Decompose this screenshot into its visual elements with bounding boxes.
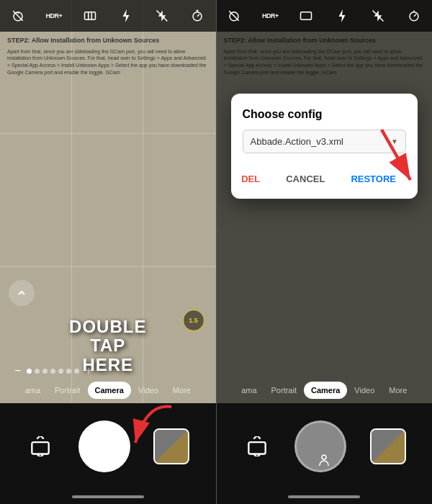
del-button[interactable]: DEL	[231, 168, 270, 190]
flash-adjust-icon[interactable]	[116, 6, 136, 26]
paper-text-left: STEP2: Allow Installation from Unknown S…	[7, 36, 209, 76]
flip-camera-button[interactable]	[26, 432, 55, 461]
right-top-toolbar: HDR+	[217, 0, 433, 32]
dialog-selected-value: Abbade.Action_v3.xml	[251, 136, 343, 147]
tab-portrait-right[interactable]: Portrait	[264, 382, 304, 399]
cancel-button[interactable]: CANCEL	[276, 168, 335, 190]
right-panel: STEP2: Allow Installation from Unknown S…	[217, 0, 433, 504]
svg-rect-3	[84, 12, 95, 20]
timer-off-icon[interactable]	[8, 6, 28, 26]
left-home-indicator	[72, 495, 144, 498]
gallery-thumbnail-right[interactable]	[370, 428, 406, 464]
svg-line-12	[197, 14, 199, 17]
double-tap-line3: HERE	[69, 356, 146, 374]
svg-line-22	[414, 14, 416, 17]
slider-minus[interactable]: −	[14, 364, 21, 377]
zoom-indicator[interactable]: 1.5	[183, 310, 204, 331]
tab-panorama-left[interactable]: ama	[18, 382, 48, 399]
double-tap-overlay: DOUBLE TAP HERE	[69, 318, 146, 374]
left-bottom-bar	[0, 403, 216, 504]
tab-camera-right[interactable]: Camera	[304, 382, 347, 399]
slider-dot	[42, 369, 48, 374]
tab-portrait-left[interactable]: Portrait	[48, 382, 87, 399]
double-tap-line1: DOUBLE	[69, 318, 146, 336]
timer-icon[interactable]	[187, 6, 207, 26]
slider-dot	[50, 369, 55, 374]
left-top-toolbar: HDR+	[0, 0, 216, 32]
hdr-plus-icon[interactable]: HDR+	[44, 6, 64, 26]
bottom-center-icon	[315, 451, 333, 469]
tab-video-right[interactable]: Video	[347, 382, 382, 399]
flip-camera-button-right[interactable]	[243, 432, 271, 461]
right-bottom-controls	[217, 410, 433, 482]
svg-marker-17	[339, 9, 346, 22]
chevron-up-button[interactable]	[9, 280, 35, 306]
shutter-button[interactable]	[78, 420, 130, 472]
right-camera-modes: ama Portrait Camera Video More	[217, 377, 433, 403]
slider-dot	[35, 369, 40, 374]
right-home-indicator	[288, 495, 360, 498]
red-arrow-left	[125, 396, 182, 454]
slider-dot	[27, 369, 32, 374]
slider-dot	[58, 369, 63, 374]
left-panel: STEP2: Allow Installation from Unknown S…	[0, 0, 216, 504]
dim-overlay-right	[217, 0, 433, 403]
dialog-title: Choose config	[243, 108, 407, 121]
svg-point-24	[322, 455, 326, 459]
paper-heading-left: STEP2: Allow Installation from Unknown S…	[7, 36, 209, 45]
flash-off-icon[interactable]	[152, 6, 172, 26]
svg-rect-16	[301, 12, 312, 20]
left-bottom-controls	[0, 410, 216, 482]
flash-off-icon-right[interactable]	[368, 6, 388, 26]
red-arrow-restore	[360, 126, 425, 191]
panorama-icon[interactable]	[80, 6, 100, 26]
right-bottom-bar	[217, 403, 433, 504]
flash-adjust-icon-right[interactable]	[332, 6, 352, 26]
tab-panorama-right[interactable]: ama	[234, 382, 264, 399]
paper-body-left: Apart from that, since you are sideloadi…	[7, 49, 207, 75]
timer-icon-right[interactable]	[404, 6, 424, 26]
left-camera-modes: ama Portrait Camera Video More	[0, 377, 216, 403]
timer-off-icon-right[interactable]	[224, 6, 244, 26]
thumbnail-container	[153, 428, 189, 464]
svg-marker-6	[122, 9, 129, 22]
double-tap-line2: TAP	[69, 336, 146, 355]
hdr-plus-icon-right[interactable]: HDR+	[260, 6, 280, 26]
panorama-icon-right[interactable]	[296, 6, 316, 26]
right-viewfinder: STEP2: Allow Installation from Unknown S…	[217, 0, 433, 403]
tab-more-right[interactable]: More	[382, 382, 414, 399]
